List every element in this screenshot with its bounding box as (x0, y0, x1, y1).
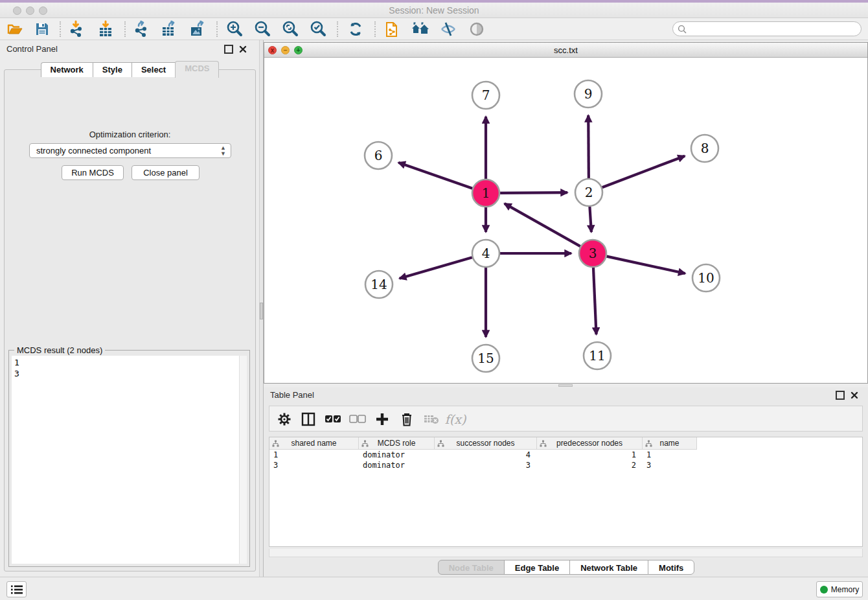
cell-shared-name[interactable]: 1 (269, 450, 359, 460)
column-header-shared-name[interactable]: shared name (269, 437, 359, 450)
import-table-icon[interactable] (96, 20, 115, 38)
graph-node-label-8: 8 (701, 141, 709, 156)
optimization-criterion-select[interactable]: strongly connected component ▲▼ (29, 143, 231, 158)
graph-node-label-6: 6 (374, 148, 383, 163)
deselect-all-icon[interactable] (348, 410, 367, 429)
select-all-icon[interactable] (323, 410, 343, 429)
graph-edge-2-8[interactable] (602, 156, 685, 187)
graph-edge-1-6[interactable] (398, 163, 472, 189)
zoom-selected-icon[interactable] (308, 20, 328, 38)
table-row-2[interactable]: 3dominator323 (269, 460, 862, 470)
run-mcds-button[interactable]: Run MCDS (62, 165, 124, 180)
graph-node-label-4: 4 (482, 246, 490, 261)
delete-table-icon[interactable] (422, 410, 441, 429)
control-panel-tabs: NetworkStyleSelectMCDS (0, 62, 259, 78)
cell-MCDS-role[interactable]: dominator (359, 460, 435, 470)
eye-slash-icon[interactable] (439, 20, 458, 38)
table-row-1[interactable]: 1dominator411 (269, 450, 862, 460)
hierarchy-icon (540, 440, 547, 447)
cell-predecessor-nodes[interactable]: 1 (537, 450, 643, 460)
graph-node-label-11: 11 (589, 348, 605, 363)
tab-motifs[interactable]: Motifs (648, 560, 694, 575)
optimization-criterion-label: Optimization criterion: (5, 130, 255, 139)
memory-status-icon (820, 586, 828, 594)
export-network-icon[interactable] (131, 20, 151, 38)
tab-edge-table[interactable]: Edge Table (504, 560, 570, 575)
column-header-successor-nodes[interactable]: successor nodes (435, 437, 537, 450)
memory-label: Memory (831, 585, 859, 594)
graph-edge-3-10[interactable] (606, 257, 685, 273)
add-column-icon[interactable] (372, 410, 392, 429)
delete-icon[interactable] (397, 410, 417, 429)
tab-network-table[interactable]: Network Table (569, 560, 648, 575)
gear-icon[interactable] (275, 410, 294, 429)
network-canvas[interactable]: 7968124314101511 (264, 58, 867, 383)
close-table-panel-icon[interactable] (850, 391, 859, 400)
memory-button[interactable]: Memory (816, 581, 863, 597)
task-history-button[interactable] (6, 581, 27, 597)
tab-node-table[interactable]: Node Table (438, 560, 505, 575)
cell-name[interactable]: 1 (643, 450, 697, 460)
toolbar-separator (337, 21, 338, 37)
tab-style[interactable]: Style (93, 62, 132, 77)
graph-edge-2-9[interactable] (588, 115, 589, 178)
table-body: 1dominator4113dominator323 (269, 450, 862, 470)
column-header-name[interactable]: name (643, 437, 697, 450)
list-icon (10, 584, 23, 595)
network-file-icon[interactable] (382, 20, 402, 38)
save-session-icon[interactable] (32, 20, 52, 38)
export-table-icon[interactable] (159, 20, 179, 38)
graph-edge-4-14[interactable] (400, 257, 472, 279)
graph-edge-3-11[interactable] (593, 268, 597, 334)
search-input[interactable] (690, 23, 855, 35)
export-image-icon[interactable] (188, 20, 207, 38)
table-tabs: Node TableEdge TableNetwork TableMotifs (264, 560, 868, 575)
float-panel-icon[interactable] (224, 45, 233, 54)
cell-successor-nodes[interactable]: 3 (435, 460, 537, 470)
table-header-row: shared nameMCDS rolesuccessor nodesprede… (269, 437, 862, 450)
network-window-title: scc.txt (264, 45, 867, 55)
graph-edge-2-3[interactable] (589, 207, 591, 232)
close-panel-button[interactable]: Close panel (131, 165, 200, 180)
graph-edge-3-1[interactable] (505, 203, 580, 246)
cell-shared-name[interactable]: 3 (269, 460, 359, 470)
eye-icon[interactable] (467, 20, 486, 38)
mcds-result-box: MCDS result (2 nodes) 1 3 (8, 350, 250, 567)
app-title: Session: New Session (0, 5, 868, 16)
columns-icon[interactable] (299, 410, 318, 429)
table-horizontal-scrollbar[interactable] (269, 549, 863, 557)
column-header-MCDS-role[interactable]: MCDS role (359, 437, 435, 450)
import-network-icon[interactable] (67, 20, 86, 38)
home-icon[interactable] (411, 20, 430, 38)
function-builder-icon[interactable]: f(x) (446, 410, 465, 429)
graph-node-label-3: 3 (589, 246, 597, 261)
open-session-icon[interactable] (5, 20, 25, 38)
tab-mcds[interactable]: MCDS (175, 61, 219, 78)
graph-node-label-7: 7 (482, 87, 490, 103)
graph-node-label-14: 14 (371, 277, 387, 292)
search-field (672, 21, 862, 36)
tab-network[interactable]: Network (41, 62, 93, 77)
zoom-in-icon[interactable] (225, 20, 244, 38)
node-table: shared nameMCDS rolesuccessor nodesprede… (269, 437, 863, 547)
mcds-result-title: MCDS result (2 nodes) (14, 345, 105, 355)
result-scrollbar[interactable] (239, 356, 247, 564)
float-table-panel-icon[interactable] (836, 391, 845, 400)
close-panel-icon[interactable] (238, 45, 247, 54)
graph-node-label-9: 9 (584, 86, 593, 102)
zoom-fit-icon[interactable] (280, 20, 300, 38)
zoom-out-icon[interactable] (253, 20, 272, 38)
vertical-splitter[interactable] (259, 40, 264, 577)
cell-successor-nodes[interactable]: 4 (435, 450, 537, 460)
horizontal-splitter-handle[interactable] (558, 384, 573, 387)
cell-predecessor-nodes[interactable]: 2 (537, 460, 643, 470)
refresh-icon[interactable] (346, 20, 365, 38)
cell-name[interactable]: 3 (643, 460, 697, 470)
vertical-splitter-handle[interactable] (260, 303, 263, 319)
tab-select[interactable]: Select (131, 62, 176, 77)
network-window-titlebar[interactable]: x – + scc.txt (264, 43, 867, 58)
column-label: successor nodes (456, 439, 514, 448)
graph-edge-1-2[interactable] (500, 192, 567, 193)
column-header-predecessor-nodes[interactable]: predecessor nodes (537, 437, 643, 450)
cell-MCDS-role[interactable]: dominator (359, 450, 435, 460)
